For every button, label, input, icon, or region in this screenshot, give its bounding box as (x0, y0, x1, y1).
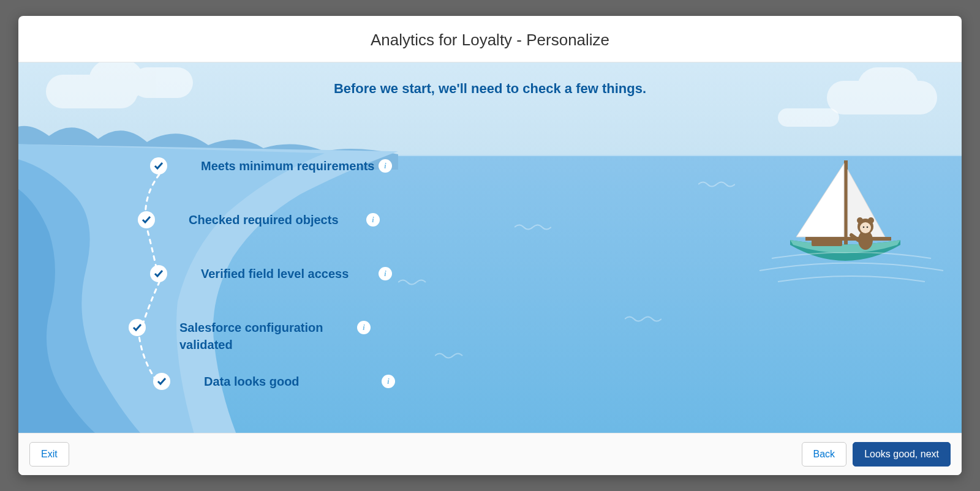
check-label: Checked required objects (189, 211, 366, 228)
intro-message: Before we start, we'll need to check a f… (18, 81, 962, 97)
check-icon (150, 265, 167, 282)
check-label: Data looks good (204, 373, 382, 390)
info-icon[interactable]: i (379, 159, 392, 173)
requirements-checklist: Meets minimum requirements i Checked req… (119, 157, 395, 427)
check-label: Verified field level access (201, 265, 379, 282)
modal-body: Before we start, we'll need to check a f… (18, 62, 962, 433)
next-button[interactable]: Looks good, next (853, 442, 951, 467)
svg-point-8 (863, 227, 865, 228)
check-icon (150, 157, 167, 174)
wave-icon (625, 313, 662, 324)
check-row-config-validated: Salesforce configuration validated i (129, 319, 395, 373)
info-icon[interactable]: i (366, 213, 380, 227)
wave-icon (435, 350, 466, 361)
water-ripples-illustration (753, 252, 949, 289)
modal-title: Analytics for Loyalty - Personalize (18, 31, 962, 50)
check-row-field-access: Verified field level access i (150, 265, 395, 319)
back-button[interactable]: Back (802, 442, 847, 467)
svg-rect-0 (844, 160, 848, 246)
check-icon (153, 373, 170, 390)
wave-icon (514, 222, 551, 233)
svg-point-7 (868, 217, 874, 223)
check-row-meets-minimum: Meets minimum requirements i (150, 157, 395, 211)
svg-point-6 (857, 217, 863, 223)
info-icon[interactable]: i (379, 267, 392, 280)
check-label: Salesforce configuration validated (179, 319, 357, 353)
wave-icon (398, 277, 429, 288)
check-icon (129, 319, 146, 336)
modal-footer: Exit Back Looks good, next (18, 433, 962, 475)
wave-icon (698, 179, 735, 190)
check-icon (138, 211, 155, 228)
info-icon[interactable]: i (357, 321, 371, 334)
check-row-required-objects: Checked required objects i (138, 211, 395, 265)
info-icon[interactable]: i (382, 375, 395, 388)
check-row-data-good: Data looks good i (153, 373, 395, 427)
setup-wizard-modal: Analytics for Loyalty - Personalize (18, 16, 962, 475)
cloud-icon (778, 108, 839, 127)
exit-button[interactable]: Exit (29, 442, 69, 467)
check-label: Meets minimum requirements (201, 157, 379, 174)
svg-rect-2 (812, 239, 842, 246)
svg-point-5 (860, 222, 871, 233)
svg-point-9 (867, 227, 869, 228)
modal-header: Analytics for Loyalty - Personalize (18, 16, 962, 62)
